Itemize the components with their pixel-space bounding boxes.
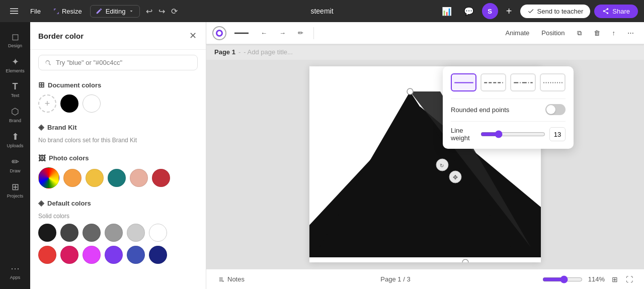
document-colors-section: ⊞ Document colors +	[30, 75, 206, 118]
menu-button[interactable]	[6, 5, 22, 17]
trash-button[interactable]: 🗑	[590, 27, 604, 39]
toggle-knob	[546, 105, 555, 114]
search-bar	[30, 50, 206, 75]
filename-label: steemit	[310, 7, 333, 15]
page-separator: -	[238, 48, 240, 56]
brand-kit-title: ◈ Brand Kit	[38, 123, 198, 132]
panel-header: Border color ✕	[30, 22, 206, 50]
editing-menu[interactable]: Editing	[90, 5, 140, 18]
default-swatch-1[interactable]	[60, 224, 78, 242]
line-style-solid[interactable]	[230, 30, 253, 37]
photo-colors-grid	[38, 167, 198, 188]
rounded-endpoints-toggle[interactable]	[545, 104, 566, 115]
topbar-right: 📊 💬 S + Send to teacher Share	[438, 3, 638, 19]
sidebar: ◻ Design ✦ Elements T Text ⬡ Brand ⬆ Upl…	[0, 22, 30, 289]
border-color-selector[interactable]	[212, 26, 226, 40]
svg-point-12	[462, 259, 468, 262]
copy-button[interactable]: ⧉	[573, 27, 586, 40]
grid-view-button[interactable]: ⊞	[609, 273, 621, 285]
line-style-popup: Rounded end points Line weight 13	[443, 66, 574, 149]
weight-slider-wrap: 13	[480, 127, 566, 141]
zoom-slider[interactable]	[542, 275, 583, 283]
arrow-left-btn[interactable]: ←	[257, 27, 271, 39]
arrow-right-btn[interactable]: →	[275, 27, 290, 39]
svg-rect-0	[10, 9, 18, 9]
zoom-percent: 114%	[587, 275, 605, 283]
send-teacher-button[interactable]: Send to teacher	[520, 5, 591, 18]
topbar: File Resize Editing ↩ ↪ ⟳ steemit 📊 💬 S …	[0, 0, 644, 22]
search-input[interactable]	[56, 59, 191, 66]
sidebar-item-brand[interactable]: ⬡ Brand	[2, 103, 28, 126]
brand-kit-empty-label: No brand colors set for this Brand Kit	[38, 137, 198, 144]
file-menu[interactable]: File	[26, 6, 45, 17]
sidebar-item-text[interactable]: T Text	[2, 78, 28, 101]
sidebar-item-projects[interactable]: ⊞ Projects	[2, 178, 28, 202]
avatar[interactable]: S	[482, 3, 498, 19]
default-swatch-4[interactable]	[127, 224, 145, 242]
svg-text:✥: ✥	[453, 174, 458, 181]
sidebar-item-design[interactable]: ◻ Design	[2, 28, 28, 51]
present-button[interactable]: ⛶	[623, 273, 636, 285]
popup-divider2	[451, 121, 566, 122]
toolbar-separator	[313, 27, 314, 39]
notes-icon	[218, 276, 225, 283]
orange-swatch[interactable]	[63, 169, 82, 187]
default-swatch-pink[interactable]	[60, 246, 78, 264]
add-color-swatch[interactable]: +	[38, 94, 56, 113]
line-dashed-option[interactable]	[480, 73, 506, 91]
line-dotted-option[interactable]	[540, 73, 566, 91]
more-options-button[interactable]: ⋯	[623, 27, 638, 39]
rounded-endpoints-label: Rounded end points	[451, 106, 509, 114]
default-swatch-2[interactable]	[83, 224, 101, 242]
default-colors-row1	[38, 224, 198, 242]
resize-menu[interactable]: Resize	[49, 6, 86, 17]
default-swatch-navy[interactable]	[149, 246, 167, 264]
default-swatch-0[interactable]	[38, 224, 56, 242]
line-dotdash-option[interactable]	[510, 73, 536, 91]
sidebar-item-apps[interactable]: ⋯ Apps	[2, 260, 28, 283]
projects-icon: ⊞	[12, 181, 19, 192]
yellow-swatch[interactable]	[86, 169, 104, 187]
elements-icon: ✦	[12, 56, 19, 67]
close-panel-button[interactable]: ✕	[188, 29, 198, 42]
sidebar-item-draw[interactable]: ✏ Draw	[2, 153, 28, 176]
draw-icon: ✏	[12, 156, 19, 167]
share-button[interactable]: Share	[594, 5, 638, 18]
document-colors-grid: +	[38, 94, 198, 113]
undo-button[interactable]: ↩	[144, 5, 154, 18]
sidebar-item-uploads[interactable]: ⬆ Uploads	[2, 128, 28, 151]
position-button[interactable]: Position	[537, 27, 569, 39]
sidebar-item-elements[interactable]: ✦ Elements	[2, 53, 28, 76]
svg-rect-2	[10, 13, 18, 14]
red-swatch[interactable]	[152, 169, 170, 187]
line-solid-option[interactable]	[451, 73, 476, 91]
search-icon	[45, 59, 52, 66]
animate-button[interactable]: Animate	[502, 27, 534, 39]
analytics-button[interactable]: 📊	[438, 5, 456, 18]
weight-slider[interactable]	[480, 130, 545, 138]
page-header-bar: Page 1 - - Add page title...	[206, 44, 644, 60]
default-swatch-r[interactable]	[38, 246, 56, 264]
apps-icon: ⋯	[11, 263, 20, 274]
peach-swatch[interactable]	[130, 169, 148, 187]
svg-text:↻: ↻	[440, 163, 444, 168]
comment-button[interactable]: 💬	[460, 5, 478, 18]
default-swatch-5[interactable]	[149, 224, 167, 242]
view-buttons: ⊞ ⛶	[609, 273, 636, 285]
default-swatch-blue[interactable]	[127, 246, 145, 264]
teal-swatch[interactable]	[108, 169, 126, 187]
black-swatch[interactable]	[60, 94, 78, 113]
multicolor-swatch[interactable]	[38, 167, 59, 188]
loop-button[interactable]: ⟳	[169, 5, 180, 18]
white-swatch[interactable]	[83, 94, 101, 113]
add-page-title-link[interactable]: - Add page title...	[244, 48, 293, 56]
default-swatch-purple-light[interactable]	[83, 246, 101, 264]
default-swatch-purple[interactable]	[105, 246, 123, 264]
add-collaborator-button[interactable]: +	[502, 4, 516, 18]
notes-button[interactable]: Notes	[214, 273, 249, 285]
redo-button[interactable]: ↪	[156, 5, 167, 18]
export-button[interactable]: ↑	[608, 27, 620, 39]
default-colors-row2	[38, 246, 198, 264]
pen-btn[interactable]: ✏	[294, 27, 307, 39]
default-swatch-3[interactable]	[105, 224, 123, 242]
